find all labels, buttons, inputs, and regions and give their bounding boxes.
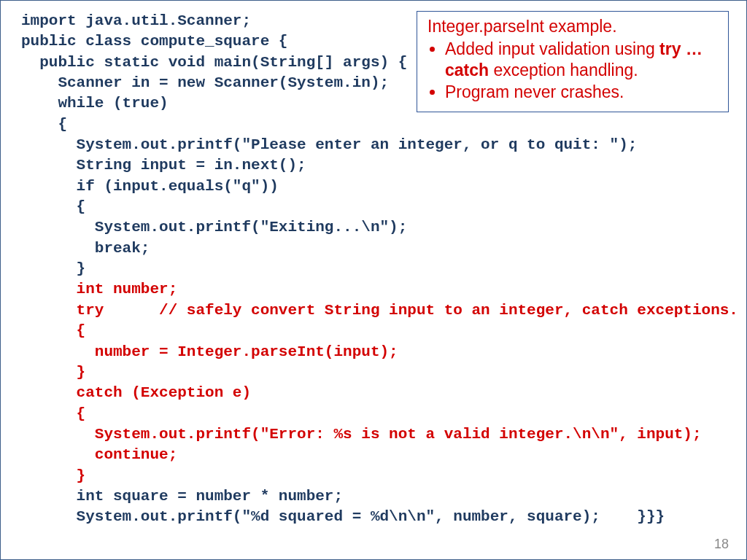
annotation-item: Added input validation using try … catch… [445, 39, 721, 81]
code-line-highlight: { [21, 405, 85, 422]
code-line: public class compute_square { [21, 33, 287, 50]
code-line: break; [21, 240, 150, 257]
annotation-item: Program never crashes. [445, 82, 721, 103]
code-line: } [21, 260, 85, 277]
annotation-text: Added input validation using [445, 39, 659, 58]
code-line: }}} [600, 508, 665, 525]
code-line: public static void main(String[] args) { [21, 54, 407, 71]
code-line: if (input.equals("q")) [21, 178, 279, 195]
code-line: import java.util.Scanner; [21, 12, 251, 29]
code-line-highlight: } [21, 467, 85, 484]
code-line: { [21, 116, 67, 133]
annotation-title: Integer.parseInt example. [427, 16, 721, 37]
code-line-highlight: try // safely convert String input to an… [21, 302, 738, 319]
code-line: { [21, 198, 85, 215]
annotation-list: Added input validation using try … catch… [427, 39, 721, 103]
code-line-highlight: { [21, 322, 85, 339]
code-line: Scanner in = new Scanner(System.in); [21, 74, 389, 91]
code-line-highlight: } [21, 364, 85, 381]
code-line-highlight: System.out.printf("Error: %s is not a va… [21, 426, 702, 443]
code-line: System.out.printf("Exiting...\n"); [21, 219, 407, 236]
code-line: String input = in.next(); [21, 157, 306, 174]
code-line: System.out.printf("Please enter an integ… [21, 136, 637, 153]
annotation-text: exception handling. [489, 61, 638, 79]
code-line-highlight: continue; [21, 446, 177, 463]
code-line: int square = number * number; [21, 488, 343, 505]
code-line: while (true) [21, 95, 169, 112]
slide: import java.util.Scanner; public class c… [0, 0, 747, 560]
page-number: 18 [714, 537, 729, 552]
code-line-highlight: number = Integer.parseInt(input); [21, 343, 398, 360]
annotation-box: Integer.parseInt example. Added input va… [417, 11, 729, 112]
code-line-highlight: catch (Exception e) [21, 384, 251, 401]
code-line-highlight: int number; [21, 281, 177, 298]
code-line: System.out.printf("%d squared = %d\n\n",… [21, 508, 600, 525]
